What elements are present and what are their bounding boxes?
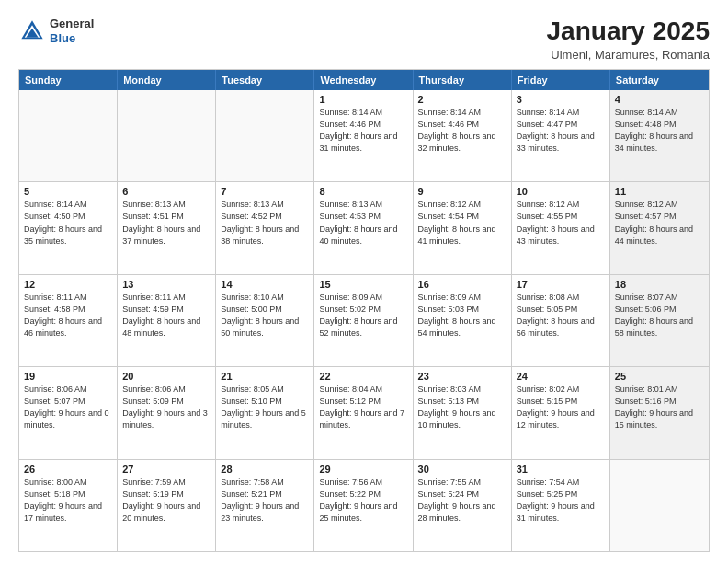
calendar-cell: 26Sunrise: 8:00 AM Sunset: 5:18 PM Dayli… [19,460,118,551]
calendar-cell: 10Sunrise: 8:12 AM Sunset: 4:55 PM Dayli… [512,182,610,273]
calendar-cell [118,90,216,181]
day-info: Sunrise: 7:55 AM Sunset: 5:24 PM Dayligh… [418,477,506,524]
calendar-cell: 12Sunrise: 8:11 AM Sunset: 4:58 PM Dayli… [19,275,118,366]
day-number: 19 [24,371,112,382]
day-number: 29 [319,464,407,475]
day-number: 26 [24,464,112,475]
day-number: 23 [418,371,506,382]
calendar-row: 1Sunrise: 8:14 AM Sunset: 4:46 PM Daylig… [19,90,709,181]
calendar-cell: 14Sunrise: 8:10 AM Sunset: 5:00 PM Dayli… [216,275,314,366]
day-number: 10 [517,186,605,197]
day-number: 5 [24,186,112,197]
day-number: 30 [418,464,506,475]
calendar-cell: 25Sunrise: 8:01 AM Sunset: 5:16 PM Dayli… [610,367,709,458]
subtitle: Ulmeni, Maramures, Romania [547,48,710,62]
day-info: Sunrise: 8:14 AM Sunset: 4:48 PM Dayligh… [615,107,704,155]
calendar-body: 1Sunrise: 8:14 AM Sunset: 4:46 PM Daylig… [19,90,709,551]
calendar-header-cell: Thursday [414,70,512,90]
day-number: 11 [615,186,704,197]
calendar-cell [19,90,118,181]
calendar-cell: 20Sunrise: 8:06 AM Sunset: 5:09 PM Dayli… [118,367,216,458]
calendar-header: SundayMondayTuesdayWednesdayThursdayFrid… [19,70,709,90]
calendar-cell: 13Sunrise: 8:11 AM Sunset: 4:59 PM Dayli… [118,275,216,366]
logo-general-text: General [50,17,94,31]
calendar-cell: 27Sunrise: 7:59 AM Sunset: 5:19 PM Dayli… [118,460,216,551]
day-number: 1 [319,94,407,105]
day-number: 21 [221,371,309,382]
day-number: 12 [24,279,112,290]
day-number: 18 [615,279,704,290]
day-info: Sunrise: 8:13 AM Sunset: 4:51 PM Dayligh… [122,199,210,247]
calendar-cell: 18Sunrise: 8:07 AM Sunset: 5:06 PM Dayli… [610,275,709,366]
day-info: Sunrise: 8:06 AM Sunset: 5:07 PM Dayligh… [24,384,112,431]
day-info: Sunrise: 8:07 AM Sunset: 5:06 PM Dayligh… [615,292,704,339]
day-number: 17 [517,279,605,290]
day-info: Sunrise: 7:56 AM Sunset: 5:22 PM Dayligh… [319,477,407,524]
day-number: 16 [418,279,506,290]
calendar-header-cell: Sunday [19,70,118,90]
calendar-cell: 31Sunrise: 7:54 AM Sunset: 5:25 PM Dayli… [512,460,610,551]
day-number: 22 [319,371,407,382]
day-number: 27 [122,464,210,475]
day-number: 24 [517,371,605,382]
day-info: Sunrise: 8:01 AM Sunset: 5:16 PM Dayligh… [615,384,704,431]
day-info: Sunrise: 8:14 AM Sunset: 4:47 PM Dayligh… [517,107,605,155]
calendar-cell: 16Sunrise: 8:09 AM Sunset: 5:03 PM Dayli… [414,275,512,366]
header: General Blue January 2025 Ulmeni, Maramu… [18,17,710,62]
calendar-cell: 1Sunrise: 8:14 AM Sunset: 4:46 PM Daylig… [314,90,413,181]
day-number: 13 [122,279,210,290]
calendar-cell: 6Sunrise: 8:13 AM Sunset: 4:51 PM Daylig… [118,182,216,273]
calendar-cell: 29Sunrise: 7:56 AM Sunset: 5:22 PM Dayli… [314,460,413,551]
main-title: January 2025 [547,17,710,46]
page: General Blue January 2025 Ulmeni, Maramu… [0,0,728,563]
calendar-cell: 28Sunrise: 7:58 AM Sunset: 5:21 PM Dayli… [216,460,314,551]
calendar-header-cell: Monday [118,70,216,90]
day-info: Sunrise: 8:05 AM Sunset: 5:10 PM Dayligh… [221,384,309,431]
calendar-row: 19Sunrise: 8:06 AM Sunset: 5:07 PM Dayli… [19,366,709,458]
calendar-header-cell: Tuesday [216,70,314,90]
calendar-row: 26Sunrise: 8:00 AM Sunset: 5:18 PM Dayli… [19,459,709,551]
calendar-header-cell: Saturday [610,70,709,90]
calendar-header-cell: Friday [512,70,610,90]
day-info: Sunrise: 8:13 AM Sunset: 4:52 PM Dayligh… [221,199,309,247]
day-number: 3 [517,94,605,105]
day-info: Sunrise: 8:03 AM Sunset: 5:13 PM Dayligh… [418,384,506,431]
day-info: Sunrise: 7:58 AM Sunset: 5:21 PM Dayligh… [221,477,309,524]
day-info: Sunrise: 8:11 AM Sunset: 4:59 PM Dayligh… [122,292,210,339]
day-number: 7 [221,186,309,197]
calendar-row: 5Sunrise: 8:14 AM Sunset: 4:50 PM Daylig… [19,181,709,273]
calendar-cell: 2Sunrise: 8:14 AM Sunset: 4:46 PM Daylig… [414,90,512,181]
calendar-cell [216,90,314,181]
day-info: Sunrise: 8:08 AM Sunset: 5:05 PM Dayligh… [517,292,605,339]
logo: General Blue [18,17,94,45]
day-number: 28 [221,464,309,475]
day-number: 6 [122,186,210,197]
day-info: Sunrise: 8:00 AM Sunset: 5:18 PM Dayligh… [24,477,112,524]
day-info: Sunrise: 8:10 AM Sunset: 5:00 PM Dayligh… [221,292,309,339]
day-info: Sunrise: 8:13 AM Sunset: 4:53 PM Dayligh… [319,199,407,247]
logo-text: General Blue [50,17,94,45]
calendar-cell: 15Sunrise: 8:09 AM Sunset: 5:02 PM Dayli… [314,275,413,366]
day-info: Sunrise: 7:59 AM Sunset: 5:19 PM Dayligh… [122,477,210,524]
calendar-cell: 30Sunrise: 7:55 AM Sunset: 5:24 PM Dayli… [414,460,512,551]
day-number: 25 [615,371,704,382]
calendar-cell: 19Sunrise: 8:06 AM Sunset: 5:07 PM Dayli… [19,367,118,458]
calendar-cell: 3Sunrise: 8:14 AM Sunset: 4:47 PM Daylig… [512,90,610,181]
day-number: 15 [319,279,407,290]
calendar-cell: 8Sunrise: 8:13 AM Sunset: 4:53 PM Daylig… [314,182,413,273]
day-info: Sunrise: 8:14 AM Sunset: 4:50 PM Dayligh… [24,199,112,247]
calendar-cell: 7Sunrise: 8:13 AM Sunset: 4:52 PM Daylig… [216,182,314,273]
calendar-cell: 24Sunrise: 8:02 AM Sunset: 5:15 PM Dayli… [512,367,610,458]
day-info: Sunrise: 8:11 AM Sunset: 4:58 PM Dayligh… [24,292,112,339]
logo-blue-text: Blue [50,31,94,46]
day-info: Sunrise: 8:02 AM Sunset: 5:15 PM Dayligh… [517,384,605,431]
day-info: Sunrise: 8:04 AM Sunset: 5:12 PM Dayligh… [319,384,407,431]
day-info: Sunrise: 8:14 AM Sunset: 4:46 PM Dayligh… [319,107,407,155]
day-info: Sunrise: 8:12 AM Sunset: 4:55 PM Dayligh… [517,199,605,247]
calendar-cell: 21Sunrise: 8:05 AM Sunset: 5:10 PM Dayli… [216,367,314,458]
calendar-cell: 9Sunrise: 8:12 AM Sunset: 4:54 PM Daylig… [414,182,512,273]
day-info: Sunrise: 7:54 AM Sunset: 5:25 PM Dayligh… [517,477,605,524]
day-info: Sunrise: 8:09 AM Sunset: 5:03 PM Dayligh… [418,292,506,339]
day-info: Sunrise: 8:12 AM Sunset: 4:57 PM Dayligh… [615,199,704,247]
calendar-cell [610,460,709,551]
